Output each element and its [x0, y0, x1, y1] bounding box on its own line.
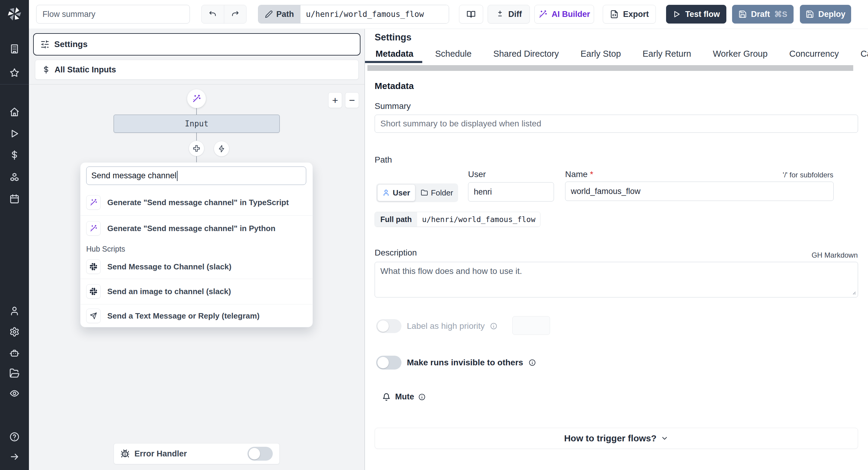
- trigger-expander-label: How to trigger flows?: [564, 433, 657, 443]
- undo-button[interactable]: [202, 5, 224, 23]
- home-icon[interactable]: [9, 107, 20, 117]
- tab-metadata[interactable]: Metadata: [375, 49, 413, 62]
- dollar-icon[interactable]: [9, 150, 20, 160]
- markdown-hint: GH Markdown: [812, 251, 858, 259]
- draft-button[interactable]: Draft ⌘S: [732, 5, 794, 24]
- step-search-input[interactable]: Send message channel: [86, 167, 306, 185]
- play-icon: [673, 10, 681, 19]
- hub-script-item[interactable]: Send a Text Message or Reply (telegram): [81, 304, 313, 327]
- sliders-icon: [40, 40, 50, 49]
- error-handler-toggle[interactable]: [247, 447, 273, 461]
- star-icon[interactable]: [9, 67, 20, 78]
- generate-python-item[interactable]: Generate "Send message channel" in Pytho…: [81, 216, 313, 241]
- path-button-label: Path: [276, 10, 294, 19]
- mute-row: Mute: [382, 392, 426, 402]
- name-field-label: Name *: [565, 170, 593, 179]
- hub-script-item[interactable]: Send Message to Channel (slack): [81, 255, 313, 278]
- static-inputs-label: All Static Inputs: [55, 65, 116, 75]
- user-icon[interactable]: [9, 306, 20, 316]
- eye-icon[interactable]: [9, 388, 20, 399]
- summary-input[interactable]: [375, 115, 858, 133]
- zoom-out-button[interactable]: −: [345, 92, 359, 108]
- lightning-bolt-icon: [218, 145, 225, 153]
- full-path-badge: Full path u/henri/world_famous_flow: [375, 212, 540, 227]
- redo-button[interactable]: [224, 5, 247, 23]
- deploy-button[interactable]: Deploy: [800, 5, 851, 24]
- invisible-runs-toggle[interactable]: [376, 356, 401, 370]
- generate-typescript-item[interactable]: Generate "Send message channel" in TypeS…: [81, 190, 313, 215]
- tab-worker-group[interactable]: Worker Group: [713, 49, 768, 62]
- flow-settings-label: Settings: [54, 39, 87, 49]
- add-trigger-button[interactable]: [214, 141, 229, 156]
- hub-script-item[interactable]: Send an image to channel (slack): [81, 279, 313, 304]
- metadata-heading: Metadata: [375, 81, 414, 91]
- input-node[interactable]: Input: [114, 115, 280, 133]
- path-button[interactable]: Path: [258, 5, 301, 23]
- add-step-button[interactable]: [189, 141, 204, 156]
- ai-flow-builder-node[interactable]: [187, 89, 206, 108]
- user-input[interactable]: [468, 182, 554, 202]
- priority-value-input[interactable]: [513, 316, 550, 335]
- owner-folder-option[interactable]: Folder: [416, 185, 458, 201]
- test-flow-button[interactable]: Test flow: [666, 5, 726, 24]
- info-icon[interactable]: [529, 359, 536, 366]
- docs-button[interactable]: [459, 5, 483, 24]
- export-label: Export: [623, 10, 649, 19]
- telegram-icon: [86, 309, 101, 323]
- folder-icon: [421, 189, 428, 196]
- toggle-knob: [377, 320, 389, 332]
- name-input[interactable]: [565, 182, 834, 201]
- tab-shared-directory[interactable]: Shared Directory: [493, 49, 559, 62]
- owner-user-option[interactable]: User: [377, 184, 415, 201]
- diff-icon: [496, 10, 504, 19]
- tab-cache[interactable]: Cache: [861, 49, 868, 62]
- how-to-trigger-expander[interactable]: How to trigger flows?: [375, 428, 858, 449]
- sidebar: [0, 0, 29, 470]
- user-field-label: User: [468, 170, 486, 179]
- draft-label: Draft: [751, 10, 770, 19]
- topbar: Path u/henri/world_famous_flow Diff AI B…: [29, 0, 868, 29]
- boxes-icon[interactable]: [9, 172, 20, 182]
- ai-builder-button[interactable]: AI Builder: [534, 5, 594, 24]
- windmill-logo[interactable]: [6, 5, 23, 22]
- flow-settings-node[interactable]: Settings: [33, 33, 361, 56]
- error-handler-label: Error Handler: [134, 449, 187, 459]
- tabs-horizontal-scrollbar[interactable]: [367, 65, 853, 71]
- help-icon[interactable]: [9, 432, 20, 442]
- tab-concurrency[interactable]: Concurrency: [789, 49, 839, 62]
- bot-icon[interactable]: [9, 348, 20, 358]
- save-icon: [806, 10, 814, 19]
- path-value[interactable]: u/henri/world_famous_flow: [301, 5, 449, 23]
- zoom-in-button[interactable]: +: [328, 92, 342, 108]
- path-group: Path u/henri/world_famous_flow: [258, 5, 449, 24]
- error-handler-node[interactable]: Error Handler: [114, 443, 280, 464]
- high-priority-row: Label as high priority: [376, 319, 497, 333]
- building-icon[interactable]: [9, 44, 20, 54]
- tab-schedule[interactable]: Schedule: [435, 49, 472, 62]
- high-priority-toggle[interactable]: [376, 319, 401, 333]
- gear-icon[interactable]: [9, 327, 20, 337]
- wand-sparkles-icon: [86, 221, 101, 236]
- summary-label: Summary: [375, 101, 411, 111]
- wand-sparkles-icon: [86, 195, 101, 210]
- settings-panel-title: Settings: [375, 32, 411, 43]
- info-icon[interactable]: [418, 393, 426, 401]
- info-icon[interactable]: [490, 322, 497, 330]
- tab-early-stop[interactable]: Early Stop: [581, 49, 621, 62]
- calendar-icon[interactable]: [9, 194, 20, 204]
- windmill-flow-editor: Path u/henri/world_famous_flow Diff AI B…: [0, 0, 868, 470]
- diff-button[interactable]: Diff: [488, 5, 530, 24]
- description-textarea[interactable]: [375, 262, 858, 297]
- arrow-right-icon[interactable]: [9, 451, 20, 462]
- redo-icon: [230, 10, 240, 19]
- export-button[interactable]: Export: [603, 5, 656, 24]
- wand-sparkles-icon: [538, 10, 547, 19]
- draft-shortcut: ⌘S: [774, 10, 787, 19]
- flow-summary-input[interactable]: [36, 5, 190, 24]
- subfolders-hint: '/' for subfolders: [783, 171, 833, 179]
- path-section-label: Path: [375, 155, 392, 165]
- folder-open-icon[interactable]: [9, 368, 20, 378]
- all-static-inputs-node[interactable]: All Static Inputs: [35, 60, 359, 80]
- tab-early-return[interactable]: Early Return: [643, 49, 691, 62]
- play-icon[interactable]: [9, 128, 20, 139]
